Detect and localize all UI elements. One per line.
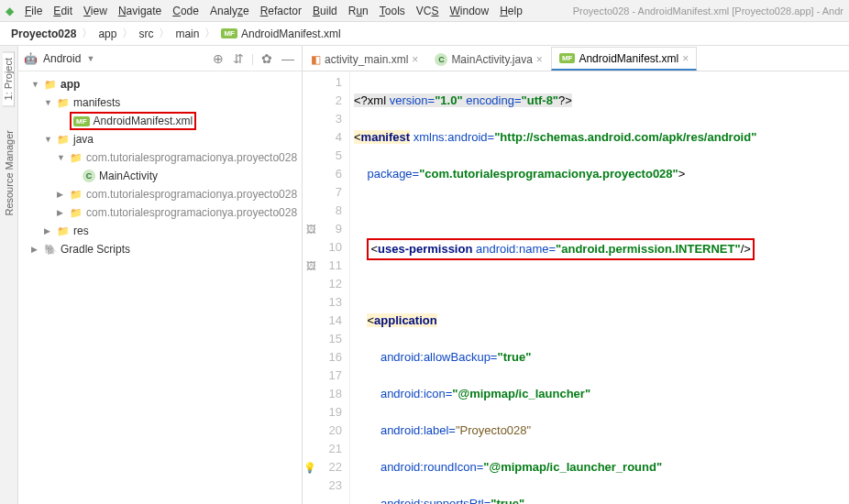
tree-node-app[interactable]: ▼📁app (18, 75, 302, 93)
window-title: Proyecto028 - AndroidManifest.xml [Proye… (573, 5, 843, 16)
breadcrumb-src[interactable]: src (135, 26, 157, 42)
close-tab-icon[interactable]: × (536, 53, 543, 66)
tree-node-package-test1[interactable]: ▶📁com.tutorialesprogramacionya.proyecto0… (18, 185, 302, 203)
tree-node-manifest-file[interactable]: MF AndroidManifest.xml (18, 112, 302, 130)
chevron-right-icon: 〉 (122, 26, 133, 41)
manifest-file-icon: MF (73, 116, 90, 126)
gutter-image-icon[interactable]: 🖼 (306, 257, 316, 275)
menu-window[interactable]: Window (444, 3, 494, 19)
code-editor[interactable]: 1234 5678 9🖼 10 11🖼 12131415 16171819 20… (303, 71, 849, 504)
intention-bulb-icon[interactable]: 💡 (303, 458, 316, 477)
project-panel: 🤖 Android ▼ ⊕ ⇵ | ✿ — ▼📁app ▼📁manifests … (18, 46, 303, 504)
breadcrumb-project[interactable]: Proyecto028 (7, 26, 80, 42)
chevron-right-icon: 〉 (82, 26, 93, 41)
close-tab-icon[interactable]: × (412, 53, 418, 66)
menu-edit[interactable]: Edit (48, 3, 78, 19)
menu-analyze[interactable]: Analyze (204, 3, 255, 19)
tree-node-package-main[interactable]: ▼📁com.tutorialesprogramacionya.proyecto0… (18, 148, 302, 167)
expand-all-icon[interactable]: ⇵ (231, 49, 246, 68)
tree-node-gradle-scripts[interactable]: ▶🐘Gradle Scripts (18, 240, 302, 258)
settings-icon[interactable]: ✿ (259, 49, 274, 68)
gradle-icon: 🐘 (44, 244, 57, 256)
breadcrumb-file[interactable]: MF AndroidManifest.xml (217, 26, 344, 42)
menu-build[interactable]: Build (307, 3, 343, 19)
editor-tabs: ◧ activity_main.xml × C MainActivity.jav… (303, 46, 849, 71)
gutter-image-icon[interactable]: 🖼 (306, 220, 316, 238)
class-file-icon: C (83, 170, 95, 182)
tool-window-resource-manager[interactable]: Resource Manager (4, 125, 15, 222)
tab-activity-main-xml[interactable]: ◧ activity_main.xml × (303, 47, 426, 71)
manifest-file-icon: MF (221, 28, 237, 38)
menu-code[interactable]: Code (167, 3, 204, 19)
project-tree[interactable]: ▼📁app ▼📁manifests MF AndroidManifest.xml… (18, 71, 302, 262)
menu-run[interactable]: Run (343, 3, 374, 19)
close-tab-icon[interactable]: × (682, 52, 689, 65)
tree-node-main-activity[interactable]: CMainActivity (18, 167, 302, 185)
project-view-mode[interactable]: Android (43, 52, 81, 65)
highlight-manifest-file: MF AndroidManifest.xml (70, 112, 196, 130)
line-number-gutter[interactable]: 1234 5678 9🖼 10 11🖼 12131415 16171819 20… (303, 71, 350, 504)
editor-area: ◧ activity_main.xml × C MainActivity.jav… (303, 46, 849, 504)
layout-file-icon: ◧ (311, 53, 321, 66)
breadcrumb-app[interactable]: app (94, 26, 120, 42)
breadcrumb-main[interactable]: main (171, 26, 203, 42)
navigation-bar: Proyecto028 〉 app 〉 src 〉 main 〉 MF Andr… (0, 22, 849, 46)
menu-vcs[interactable]: VCS (411, 3, 445, 19)
menu-tools[interactable]: Tools (374, 3, 411, 19)
menu-bar: ◆ File Edit View Navigate Code Analyze R… (0, 0, 849, 22)
tree-node-java[interactable]: ▼📁java (18, 130, 302, 148)
chevron-right-icon: 〉 (159, 26, 170, 41)
tool-window-project[interactable]: 1: Project (3, 51, 15, 106)
android-studio-logo-icon: ◆ (6, 5, 14, 17)
menu-view[interactable]: View (78, 3, 113, 19)
menu-help[interactable]: Help (494, 3, 528, 19)
menu-file[interactable]: File (19, 3, 48, 19)
menu-navigate[interactable]: Navigate (113, 3, 167, 19)
menu-refactor[interactable]: Refactor (255, 3, 307, 19)
chevron-right-icon: 〉 (204, 26, 215, 41)
highlight-uses-permission: <uses-permission android:name="android.p… (367, 238, 754, 260)
hide-panel-icon[interactable]: — (280, 49, 296, 68)
tool-window-bar-left: 1: Project Resource Manager (0, 46, 18, 504)
class-file-icon: C (435, 53, 447, 66)
tree-node-manifests[interactable]: ▼📁manifests (18, 93, 302, 112)
tree-node-res[interactable]: ▶📁res (18, 222, 302, 240)
dropdown-arrow-icon[interactable]: ▼ (86, 54, 94, 63)
code-content[interactable]: <?xml version="1.0" encoding="utf-8"?> <… (350, 71, 777, 504)
tab-android-manifest-xml[interactable]: MF AndroidManifest.xml × (551, 47, 697, 71)
manifest-file-icon: MF (559, 53, 576, 63)
project-panel-header: 🤖 Android ▼ ⊕ ⇵ | ✿ — (18, 46, 302, 71)
tree-node-package-test2[interactable]: ▶📁com.tutorialesprogramacionya.proyecto0… (18, 203, 302, 222)
select-opened-file-icon[interactable]: ⊕ (211, 49, 226, 68)
tab-main-activity-java[interactable]: C MainActivity.java × (426, 47, 551, 71)
android-icon: 🤖 (24, 52, 38, 65)
